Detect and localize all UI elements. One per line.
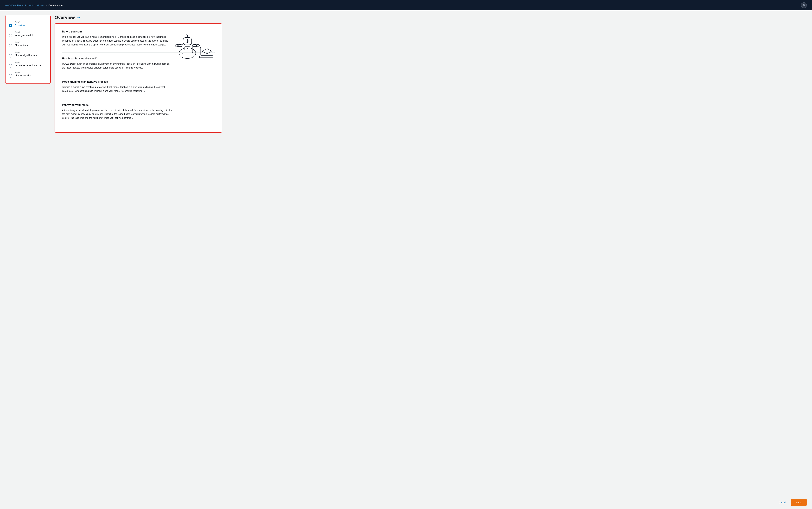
- page-title: Overview: [55, 15, 75, 20]
- breadcrumb-sep-1: ›: [34, 4, 35, 6]
- step-name-3: Choose track: [14, 44, 28, 46]
- step-item-3[interactable]: Step 3 Choose track: [9, 39, 47, 49]
- step-indicator-1: [9, 24, 12, 27]
- step-label-2: Step 2: [14, 31, 33, 33]
- user-avatar[interactable]: [801, 2, 807, 8]
- page-header: Overview Info: [55, 15, 222, 20]
- step-content-4: Step 4 Choose algorithm type: [14, 51, 37, 57]
- step-item-2[interactable]: Step 2 Name your model: [9, 29, 47, 39]
- step-indicator-3: [9, 44, 12, 47]
- step-indicator-2: [9, 34, 12, 37]
- content-panel: Before you start In this tutorial, you w…: [55, 23, 222, 133]
- step-name-2: Name your model: [14, 34, 33, 37]
- step-content-2: Step 2 Name your model: [14, 31, 33, 37]
- info-link[interactable]: Info: [77, 16, 80, 19]
- robot-illustration: [169, 29, 215, 61]
- main-container: Step 1 Overview Step 2 Name your model S…: [0, 10, 227, 496]
- section-improving: Improving your model After training an i…: [62, 104, 172, 120]
- step-indicator-4: [9, 54, 12, 58]
- step-name-4: Choose algorithm type: [14, 54, 37, 57]
- section-heading-1: Before you start: [62, 30, 172, 33]
- page-footer: Cancel Next: [0, 496, 812, 509]
- step-label-5: Step 5: [14, 61, 41, 64]
- svg-point-7: [187, 34, 188, 36]
- step-name-5: Customize reward function: [14, 64, 41, 67]
- section-body-2: In AWS DeepRacer, an agent (car) learns …: [62, 62, 172, 70]
- breadcrumb-create-model: Create model: [48, 4, 63, 7]
- content-area: Overview Info: [55, 15, 222, 491]
- step-item-5[interactable]: Step 5 Customize reward function: [9, 60, 47, 69]
- step-content-5: Step 5 Customize reward function: [14, 61, 41, 67]
- step-item-1[interactable]: Step 1 Overview: [9, 19, 47, 29]
- svg-point-5: [187, 40, 188, 41]
- step-indicator-5: [9, 64, 12, 68]
- section-body-1: In this tutorial, you will train a reinf…: [62, 35, 172, 46]
- section-rl-trained: How is an RL model trained? In AWS DeepR…: [62, 57, 172, 70]
- section-body-3: Training a model is like creating a prot…: [62, 85, 172, 93]
- step-label-3: Step 3: [14, 41, 28, 43]
- section-iterative: Model training is an iterative process T…: [62, 80, 172, 93]
- section-heading-3: Model training is an iterative process: [62, 80, 172, 83]
- breadcrumb-sep-2: ›: [46, 4, 47, 6]
- step-content-1: Step 1 Overview: [14, 21, 25, 27]
- cancel-button[interactable]: Cancel: [776, 500, 789, 505]
- section-heading-4: Improving your model: [62, 104, 172, 106]
- next-button[interactable]: Next: [791, 499, 807, 506]
- step-label-4: Step 4: [14, 51, 37, 54]
- step-name-6: Choose duration: [14, 74, 31, 77]
- step-content-3: Step 3 Choose track: [14, 41, 28, 46]
- svg-rect-2: [182, 44, 193, 54]
- breadcrumb: AWS DeepRacer Student › Models › Create …: [5, 4, 63, 7]
- svg-point-1: [179, 48, 196, 59]
- section-heading-2: How is an RL model trained?: [62, 57, 172, 60]
- step-content-6: Step 6 Choose duration: [14, 71, 31, 77]
- breadcrumb-models[interactable]: Models: [37, 4, 44, 7]
- section-body-4: After training an initial model, you can…: [62, 108, 172, 120]
- step-item-4[interactable]: Step 4 Choose algorithm type: [9, 49, 47, 60]
- step-indicator-6: [9, 74, 12, 78]
- svg-point-0: [803, 4, 804, 5]
- app-header: AWS DeepRacer Student › Models › Create …: [0, 0, 812, 10]
- step-label-1: Step 1: [14, 21, 25, 23]
- step-label-6: Step 6: [14, 71, 31, 74]
- breadcrumb-deepracer[interactable]: AWS DeepRacer Student: [5, 4, 33, 7]
- step-name-1: Overview: [14, 24, 25, 27]
- sidebar: Step 1 Overview Step 2 Name your model S…: [5, 15, 51, 491]
- step-item-6[interactable]: Step 6 Choose duration: [9, 69, 47, 79]
- steps-panel: Step 1 Overview Step 2 Name your model S…: [5, 15, 51, 84]
- section-before-you-start: Before you start In this tutorial, you w…: [62, 30, 172, 46]
